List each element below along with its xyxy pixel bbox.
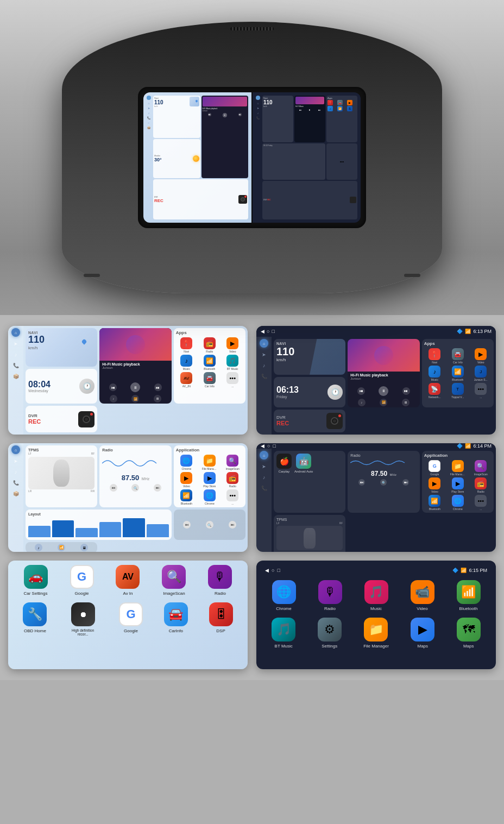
app-obdhome[interactable]: 🔧 OBD Home <box>23 602 47 636</box>
play-btn-dark[interactable]: ⏸ <box>379 386 388 396</box>
apps-title-dark: Apps <box>424 341 492 346</box>
sb-home[interactable]: ⌂ <box>11 328 20 337</box>
sb-box[interactable]: 📦 <box>12 373 20 380</box>
sidebar-left: ⌂ ➤ ♪ 📞 📦 <box>8 326 23 435</box>
app-avjn[interactable]: AV AV_JN <box>176 372 197 388</box>
status-bar-right1: ◀○□ 🔷📶6:13 PM <box>256 326 496 337</box>
app-dsp[interactable]: 🎛 DSP <box>209 602 233 636</box>
app-bt[interactable]: 📶 Bluetooth <box>199 355 220 370</box>
music-widget[interactable]: Hi-Fi Music playback Junsun ⏮ ⏸ ⏭ ♪ 📶 🖥 <box>99 328 171 404</box>
sb-music[interactable]: ♪ <box>12 351 20 358</box>
app-radio-large[interactable]: 🎙 Radio <box>208 565 232 596</box>
screen-dark[interactable]: 🖥 <box>402 399 410 406</box>
app-video[interactable]: ▶ Video <box>222 337 243 353</box>
app-navi[interactable]: 📍 Navi <box>176 337 197 353</box>
androidauto-btn[interactable]: 🤖 Android Auto <box>294 454 313 510</box>
dvr-widget-dark[interactable]: DVR REC <box>274 410 345 432</box>
sb-nav[interactable]: ➤ <box>12 340 20 348</box>
bt-btn[interactable]: 📶 <box>131 395 139 402</box>
navi-widget[interactable]: Navi 110 km/h <box>26 328 97 367</box>
app-carinfo-dark[interactable]: 🚘 Car Info <box>447 348 468 364</box>
bar5 <box>123 518 145 537</box>
app-carsettings[interactable]: 🚗 Car Settings <box>23 565 47 596</box>
next-btn[interactable]: ⏭ <box>154 383 162 391</box>
app-imagescan[interactable]: 🔍 ImageScan <box>162 565 186 596</box>
prev-btn[interactable]: ⏮ <box>109 383 117 391</box>
sb-music-dark[interactable]: ♪ <box>260 362 268 369</box>
app-avin[interactable]: AV Av In <box>116 565 140 596</box>
app-bt-dark2[interactable]: 📶 Bluetooth <box>457 580 481 611</box>
music-note-dark[interactable]: ♪ <box>358 399 366 406</box>
app-network-dark[interactable]: 📡 Network... <box>424 383 445 399</box>
app-maps-dark[interactable]: 🗺 Maps <box>457 618 481 649</box>
app-title-row2: Application <box>176 448 243 452</box>
car-body: ⌂ ➤ ♪ 📞 ← 📦 Navi 110 km/ <box>62 22 442 293</box>
bar1 <box>28 526 51 537</box>
screenshot-row1-right: ◀○□ 🔷📶6:13 PM ⌂ ➤ ♪ 📞 <box>256 326 496 435</box>
app-hdr[interactable]: ⏺ High definition recor... <box>68 602 98 636</box>
prev-btn-dark[interactable]: ⏮ <box>357 387 365 395</box>
apps-widget-light: Apps 📍 Navi 📻 Radio ▶ <box>174 328 245 404</box>
layout-widget[interactable]: Layout <box>26 510 172 540</box>
app-google[interactable]: G Google <box>70 565 94 596</box>
bt-dark[interactable]: 📶 <box>380 399 387 406</box>
app-btmusic[interactable]: 🎵 BT Music <box>222 355 243 370</box>
music-widget-dark[interactable]: Hi-Fi Music playback Junsun ⏮ ⏸ ⏭ ♪ 📶 🖥 <box>348 339 419 407</box>
app-filemanager-dark[interactable]: 📁 File Manager <box>363 618 389 649</box>
app-chrome-dark[interactable]: 🌐 Chrome <box>272 580 296 611</box>
apps-row1-light: 🚗 Car Settings G Google AV Av In 🔍 Image… <box>12 565 243 596</box>
sb-nav-dark[interactable]: ➤ <box>260 351 268 358</box>
row2-main-dark: 🍎 Carplay 🤖 Android Auto Radio <box>272 449 496 552</box>
music-note-btn[interactable]: ♪ <box>110 395 117 402</box>
apps-row1-dark: 🌐 Chrome 🎙 Radio 🎵 Music 📹 Video 📶 <box>261 580 492 611</box>
app-google2[interactable]: G Google <box>119 602 143 636</box>
radio-widget-dark[interactable]: Radio 87.50 MHz ⏮ 🔍 <box>348 451 419 513</box>
radio-widget-light[interactable]: Radio 87.50 MHz ⏮ 🔍 <box>99 445 171 507</box>
play-btn[interactable]: ⏸ <box>130 382 140 392</box>
app-music[interactable]: ♪ Music <box>176 355 197 370</box>
car-screen: ⌂ ➤ ♪ 📞 ← 📦 Navi 110 km/ <box>143 92 361 223</box>
radio-unit-dark: MHz <box>390 473 396 476</box>
app-toppal-dark[interactable]: T Toppal V... <box>447 383 468 399</box>
clock-widget: 08:04 Wednesday 🕐 <box>26 369 97 404</box>
navi-unit: km/h <box>28 345 94 350</box>
app-settings-dark[interactable]: ⚙ Settings <box>318 618 342 649</box>
bar2 <box>52 520 74 538</box>
app-carinfo[interactable]: 🚘 Car Info <box>199 372 220 388</box>
app-radio[interactable]: 📻 Radio <box>199 337 220 353</box>
app-video-dark[interactable]: ▶ Video <box>470 348 492 364</box>
clock-time: 08:04 <box>28 380 77 389</box>
app-more[interactable]: ••• ... <box>222 372 243 388</box>
screen-btn[interactable]: 🖥 <box>154 395 161 402</box>
music-artist-dark: Junsun <box>350 377 417 380</box>
app-carinfo2[interactable]: 🚘 CarInfo <box>164 602 188 636</box>
app-btmusic-dark[interactable]: 🎵 BT Music <box>272 618 295 649</box>
navi-title-dark: Navi <box>276 342 343 345</box>
layout-title: Layout <box>28 512 169 516</box>
app-junsun-dark[interactable]: J Junsun S... <box>470 366 492 381</box>
screenshot-row3-right: ◀ ○ □ 🔷 📶 6:15 PM 🌐 Chrome 🎙 <box>256 561 496 669</box>
next-btn-dark[interactable]: ⏭ <box>402 387 410 395</box>
app-music-dark2[interactable]: 🎵 Music <box>364 580 388 611</box>
bar6 <box>147 524 169 538</box>
app-more-dark[interactable]: ••• ... <box>470 383 492 399</box>
sb-home-dark[interactable]: ⌂ <box>260 339 268 348</box>
navi-widget-dark[interactable]: Navi 110 km/h <box>274 339 345 375</box>
app-music-dark[interactable]: ♪ Music <box>424 366 445 381</box>
mini-weather-unit: ° <box>160 157 162 162</box>
app-video-dark2[interactable]: 📹 Video <box>411 580 434 611</box>
carplay-btn[interactable]: 🍎 Carplay <box>276 454 292 510</box>
main-content: Navi 110 km/h Hi-Fi Music playback <box>23 326 248 435</box>
apps-widget-dark: Apps 📍 Navi 🚘 Car Info ▶ <box>422 339 494 407</box>
music-artist: Junsun <box>102 366 168 369</box>
tpms-widget-light[interactable]: TPMS LFRF LRRR <box>26 445 97 507</box>
dvr-widget[interactable]: DVR REC <box>26 406 97 432</box>
sb-phone[interactable]: 📞 <box>12 362 20 369</box>
sidebar-row2: ⌂ ➤ ♪ 📞 📦 <box>8 443 23 552</box>
app-playstore-dark[interactable]: ▶ Maps <box>411 618 434 649</box>
app-navi-dark[interactable]: 📍 Navi <box>424 348 445 364</box>
sb-phone-dark[interactable]: 📞 <box>260 373 268 380</box>
radio-title-dark: Radio <box>350 454 417 457</box>
app-bt2-dark[interactable]: 📶 Bluetooth <box>447 366 468 381</box>
app-radio-dark[interactable]: 🎙 Radio <box>318 580 342 611</box>
